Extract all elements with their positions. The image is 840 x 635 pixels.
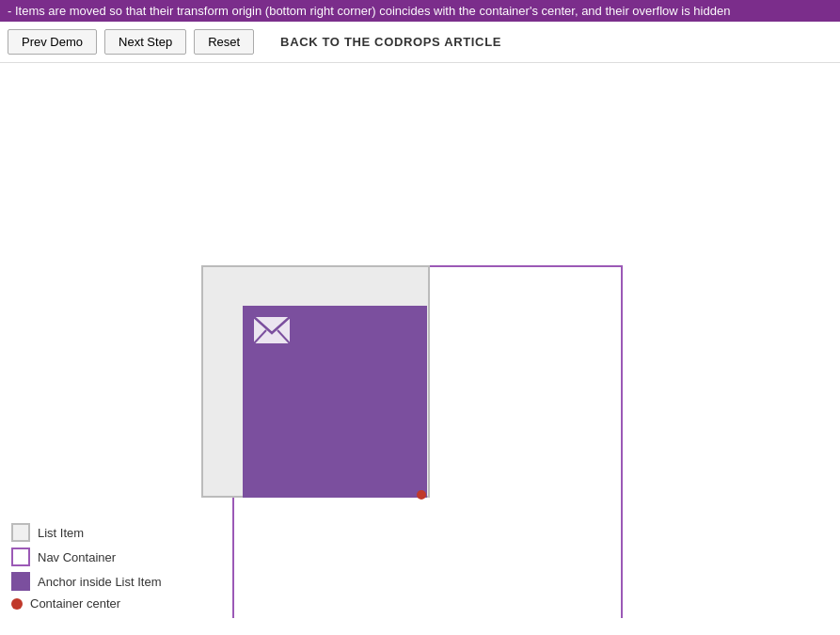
legend-center: Container center	[11, 596, 177, 611]
demo-area: List Item Nav Container Anchor inside Li…	[0, 63, 840, 618]
legend-label-list-item: List Item	[38, 526, 84, 540]
container-center-dot	[417, 490, 426, 500]
legend-swatch-list-item	[11, 523, 30, 542]
reset-button[interactable]: Reset	[194, 29, 254, 55]
legend-swatch-nav	[11, 548, 30, 566]
prev-demo-button[interactable]: Prev Demo	[8, 29, 97, 55]
back-to-article-link[interactable]: BACK TO THE CODROPS ARTICLE	[280, 35, 501, 49]
legend: List Item Nav Container Anchor inside Li…	[0, 516, 188, 618]
legend-label-nav: Nav Container	[38, 550, 116, 564]
legend-list-item: List Item	[11, 523, 177, 542]
anchor-box	[243, 306, 427, 498]
toolbar: Prev Demo Next Step Reset BACK TO THE CO…	[0, 22, 840, 63]
info-banner: - Items are moved so that their transfor…	[0, 0, 840, 22]
legend-swatch-dot	[11, 598, 23, 610]
legend-nav-container: Nav Container	[11, 548, 177, 566]
legend-swatch-anchor	[11, 572, 30, 591]
next-step-button[interactable]: Next Step	[104, 29, 186, 55]
legend-label-anchor: Anchor inside List Item	[38, 575, 162, 589]
mail-icon	[254, 317, 290, 347]
legend-anchor: Anchor inside List Item	[11, 572, 177, 591]
banner-text: - Items are moved so that their transfor…	[8, 4, 730, 18]
legend-label-center: Container center	[30, 596, 120, 611]
